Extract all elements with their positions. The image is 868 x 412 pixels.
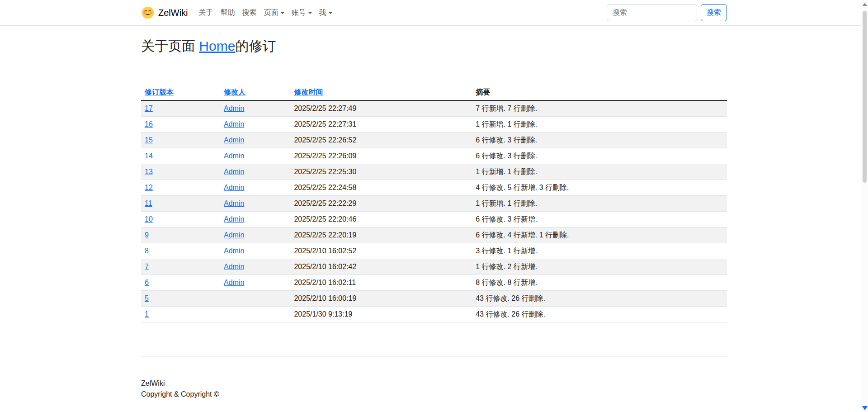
revision-summary: 1 行新增. 1 行删除. xyxy=(472,164,727,180)
revision-time: 2025/2/25 22:24:58 xyxy=(290,180,472,196)
page-title-suffix: 的修订 xyxy=(235,38,276,53)
revision-link[interactable]: 5 xyxy=(145,294,149,302)
table-row: 1 2025/1/30 9:13:19 43 行修改. 26 行删除. xyxy=(141,307,727,322)
revision-time: 2025/2/25 22:20:46 xyxy=(290,212,472,227)
scroll-down-icon[interactable] xyxy=(862,406,868,410)
revision-link[interactable]: 13 xyxy=(145,168,153,175)
user-link[interactable]: Admin xyxy=(224,247,244,255)
main-content: 关于页面 Home的修订 修订版本 修改人 修改时间 摘要 17 Admin 2… xyxy=(136,37,732,411)
revision-link[interactable]: 6 xyxy=(145,279,149,286)
table-row: 6 Admin 2025/2/10 16:02:11 8 行修改. 8 行新增. xyxy=(141,275,727,291)
revision-summary: 43 行修改. 26 行删除. xyxy=(472,307,727,322)
revision-summary: 3 行修改. 1 行新增. xyxy=(472,243,727,259)
search-input[interactable] xyxy=(607,4,697,21)
revision-link[interactable]: 7 xyxy=(145,263,149,270)
col-header-time[interactable]: 修改时间 xyxy=(294,88,323,96)
nav-item-label: 关于 xyxy=(199,9,213,16)
revision-time: 2025/2/25 22:25:30 xyxy=(290,164,472,180)
revision-summary: 6 行修改. 3 行新增. xyxy=(472,212,727,227)
revision-link[interactable]: 14 xyxy=(145,152,153,160)
revision-link[interactable]: 9 xyxy=(145,231,149,239)
revisions-table-wrap: 修订版本 修改人 修改时间 摘要 17 Admin 2025/2/25 22:2… xyxy=(141,85,727,322)
revision-summary: 7 行新增. 7 行删除. xyxy=(472,100,727,117)
user-link[interactable]: Admin xyxy=(224,136,244,144)
revision-time: 2025/2/25 22:26:52 xyxy=(290,133,472,148)
vertical-scrollbar[interactable] xyxy=(861,0,868,412)
footer-divider xyxy=(141,356,727,356)
user-link[interactable]: Admin xyxy=(224,231,244,239)
footer-brand: ZelWiki xyxy=(141,378,727,389)
revision-time: 2025/2/25 22:20:19 xyxy=(290,227,472,243)
user-link[interactable]: Admin xyxy=(224,120,244,128)
page-title: 关于页面 Home的修订 xyxy=(141,37,727,56)
user-link[interactable]: Admin xyxy=(224,152,244,160)
scroll-up-icon[interactable] xyxy=(863,3,867,6)
user-link[interactable]: Admin xyxy=(224,104,244,112)
table-row: 13 Admin 2025/2/25 22:25:30 1 行新增. 1 行删除… xyxy=(141,164,727,180)
user-link[interactable]: Admin xyxy=(224,199,244,207)
user-link[interactable]: Admin xyxy=(224,168,244,175)
nav-item-about[interactable]: 关于 xyxy=(195,4,217,22)
revision-time: 2025/2/10 16:02:42 xyxy=(290,259,472,275)
revision-summary: 4 行修改. 5 行新增. 3 行删除. xyxy=(472,180,727,196)
scrollbar-thumb[interactable] xyxy=(863,11,867,183)
revision-summary: 6 行修改. 3 行删除. xyxy=(472,148,727,164)
revision-summary: 1 行修改. 2 行新增. xyxy=(472,259,727,275)
nav-item-label: 我 xyxy=(319,9,326,16)
nav-item-account[interactable]: 账号 xyxy=(288,4,316,22)
user-link[interactable]: Admin xyxy=(224,215,244,223)
revision-time: 2025/1/30 9:13:19 xyxy=(290,307,472,322)
navbar-search-form: 搜索 xyxy=(607,4,727,21)
revision-summary: 43 行修改. 26 行删除. xyxy=(472,291,727,307)
top-navbar: ZelWiki 关于 帮助 搜索 页面 账号 我 搜索 xyxy=(0,0,868,26)
col-header-user[interactable]: 修改人 xyxy=(224,88,245,96)
table-row: 17 Admin 2025/2/25 22:27:49 7 行新增. 7 行删除… xyxy=(141,100,727,117)
table-row: 14 Admin 2025/2/25 22:26:09 6 行修改. 3 行删除… xyxy=(141,148,727,164)
table-row: 11 Admin 2025/2/25 22:22:29 1 行新增. 1 行删除… xyxy=(141,196,727,212)
revision-link[interactable]: 17 xyxy=(145,104,153,112)
user-link[interactable]: Admin xyxy=(224,279,244,286)
nav-item-help[interactable]: 帮助 xyxy=(217,4,239,22)
table-row: 5 2025/2/10 16:00:19 43 行修改. 26 行删除. xyxy=(141,291,727,307)
revision-link[interactable]: 15 xyxy=(145,136,153,144)
revisions-table: 修订版本 修改人 修改时间 摘要 17 Admin 2025/2/25 22:2… xyxy=(141,85,727,322)
chevron-down-icon xyxy=(281,12,284,14)
main-nav: 关于 帮助 搜索 页面 账号 我 xyxy=(195,4,336,22)
table-row: 15 Admin 2025/2/25 22:26:52 6 行修改. 3 行删除… xyxy=(141,133,727,148)
revision-link[interactable]: 1 xyxy=(145,310,149,318)
revision-time: 2025/2/10 16:02:52 xyxy=(290,243,472,259)
user-link[interactable]: Admin xyxy=(224,263,244,270)
nav-item-label: 搜索 xyxy=(242,9,257,16)
col-header-revision[interactable]: 修订版本 xyxy=(145,88,174,96)
revision-link[interactable]: 16 xyxy=(145,120,153,128)
footer-copyright: Copyright & Copyright © xyxy=(141,389,727,400)
revision-time: 2025/2/10 16:00:19 xyxy=(290,291,472,307)
table-row: 12 Admin 2025/2/25 22:24:58 4 行修改. 5 行新增… xyxy=(141,180,727,196)
search-button[interactable]: 搜索 xyxy=(701,4,727,21)
page-footer: ZelWiki Copyright & Copyright © xyxy=(141,378,727,411)
brand-link[interactable]: ZelWiki xyxy=(141,6,188,19)
revision-link[interactable]: 10 xyxy=(145,215,153,223)
table-row: 8 Admin 2025/2/10 16:02:52 3 行修改. 1 行新增. xyxy=(141,243,727,259)
nav-item-me[interactable]: 我 xyxy=(316,4,336,22)
revision-summary: 1 行新增. 1 行删除. xyxy=(472,117,727,133)
table-row: 7 Admin 2025/2/10 16:02:42 1 行修改. 2 行新增. xyxy=(141,259,727,275)
revision-time: 2025/2/25 22:26:09 xyxy=(290,148,472,164)
nav-item-label: 页面 xyxy=(264,9,278,16)
chevron-down-icon xyxy=(308,12,312,14)
table-header-row: 修订版本 修改人 修改时间 摘要 xyxy=(141,85,727,100)
revision-time: 2025/2/25 22:27:31 xyxy=(290,117,472,133)
table-row: 10 Admin 2025/2/25 22:20:46 6 行修改. 3 行新增… xyxy=(141,212,727,227)
table-row: 9 Admin 2025/2/25 22:20:19 6 行修改. 4 行新增.… xyxy=(141,227,727,243)
revision-link[interactable]: 8 xyxy=(145,247,149,255)
revision-link[interactable]: 11 xyxy=(145,199,152,207)
nav-item-pages[interactable]: 页面 xyxy=(260,4,288,22)
revision-link[interactable]: 12 xyxy=(145,184,153,191)
nav-item-search[interactable]: 搜索 xyxy=(239,4,260,22)
table-row: 16 Admin 2025/2/25 22:27:31 1 行新增. 1 行删除… xyxy=(141,117,727,133)
nav-item-label: 帮助 xyxy=(221,9,235,16)
revision-summary: 8 行修改. 8 行新增. xyxy=(472,275,727,291)
page-title-prefix: 关于页面 xyxy=(141,38,199,53)
page-title-home-link[interactable]: Home xyxy=(199,38,235,53)
user-link[interactable]: Admin xyxy=(224,184,244,191)
